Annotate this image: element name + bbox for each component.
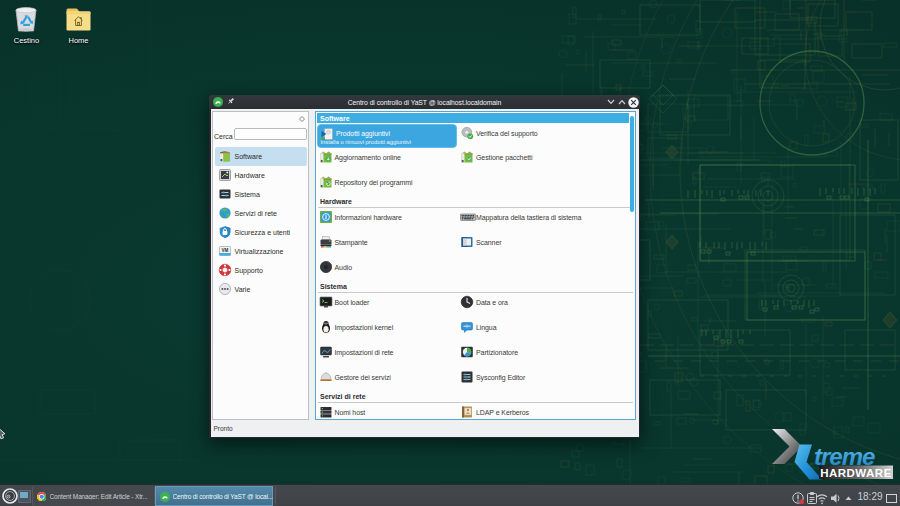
- svg-text:VM: VM: [221, 248, 228, 253]
- svg-text:HARDWARE: HARDWARE: [820, 467, 892, 479]
